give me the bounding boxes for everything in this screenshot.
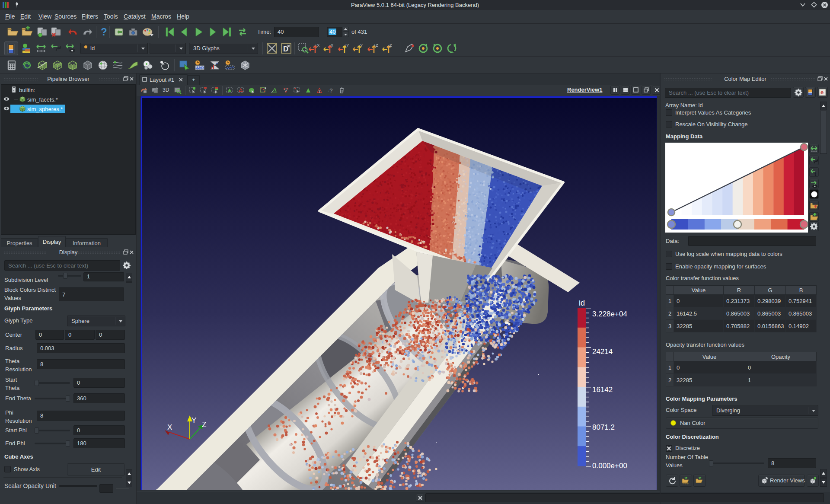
svg-text:X: X: [167, 423, 172, 431]
svg-text:-Y: -Y: [359, 43, 363, 48]
svg-text:?: ?: [101, 26, 107, 38]
svg-text:3.228e+04: 3.228e+04: [592, 310, 627, 318]
svg-text:+X: +X: [315, 43, 319, 48]
svg-text:e: e: [820, 89, 824, 96]
svg-text:+Z: +Z: [374, 43, 378, 48]
svg-text:0.000e+00: 0.000e+00: [592, 462, 627, 470]
svg-text:·?: ·?: [328, 87, 333, 94]
svg-text:Z: Z: [202, 421, 206, 429]
svg-text:8071.2: 8071.2: [592, 423, 615, 431]
svg-text:Y: Y: [192, 416, 196, 424]
svg-text:-X: -X: [329, 43, 333, 48]
svg-text:24214: 24214: [592, 348, 613, 356]
svg-text:16142: 16142: [592, 386, 613, 394]
svg-text:D: D: [283, 45, 288, 53]
svg-text:id: id: [579, 299, 585, 307]
svg-text:t: t: [814, 171, 817, 176]
svg-text:+Y: +Y: [344, 43, 349, 48]
svg-text:-Z: -Z: [388, 43, 392, 48]
